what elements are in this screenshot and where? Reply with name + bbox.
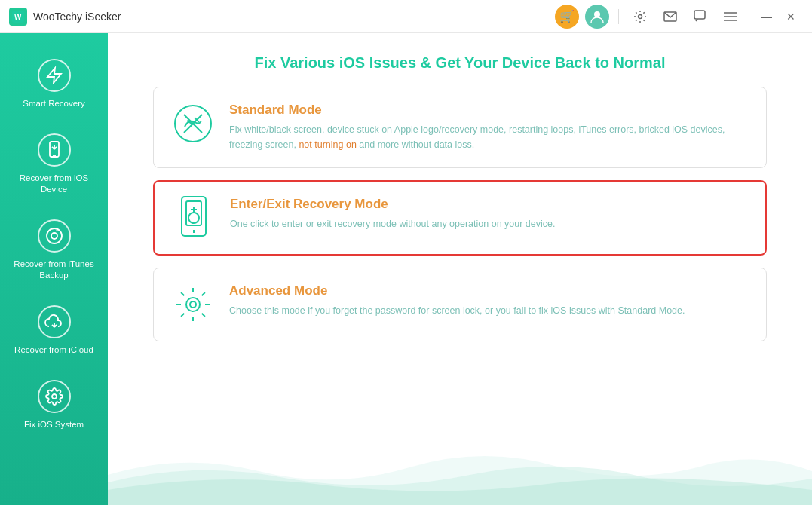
recover-icloud-icon: [38, 305, 71, 338]
wave-decoration: [108, 445, 812, 505]
fix-ios-icon: [38, 380, 71, 413]
enter-exit-icon: [173, 197, 215, 239]
enter-exit-recovery-card[interactable]: Enter/Exit Recovery Mode One click to en…: [153, 180, 767, 256]
settings-button[interactable]: [628, 5, 652, 29]
mail-button[interactable]: [658, 5, 682, 29]
close-button[interactable]: ✕: [779, 5, 803, 29]
chat-button[interactable]: [688, 5, 712, 29]
standard-mode-desc: Fix white/black screen, device stuck on …: [229, 122, 748, 152]
recover-ios-icon: [38, 133, 71, 167]
advanced-mode-card[interactable]: Advanced Mode Choose this mode if you fo…: [153, 268, 767, 341]
standard-mode-text: Standard Mode Fix white/black screen, de…: [229, 103, 748, 152]
titlebar-actions: 🛒: [555, 5, 803, 29]
titlebar-divider: [618, 9, 619, 24]
window-controls: — ✕: [755, 5, 803, 29]
svg-point-25: [186, 298, 200, 311]
recover-icloud-label: Recover from iCloud: [14, 344, 93, 356]
svg-point-3: [639, 14, 642, 18]
content-header: Fix Various iOS Issues & Get Your Device…: [108, 33, 812, 87]
advanced-mode-text: Advanced Mode Choose this mode if you fo…: [229, 283, 748, 318]
svg-text:W: W: [14, 13, 22, 21]
menu-button[interactable]: [719, 5, 743, 29]
svg-point-13: [51, 233, 57, 239]
standard-mode-title: Standard Mode: [229, 103, 748, 118]
advanced-mode-icon: [172, 283, 214, 326]
cards-area: Standard Mode Fix white/black screen, de…: [108, 87, 812, 505]
sidebar: Smart Recovery Recover from iOS Device: [0, 33, 108, 505]
sidebar-item-recover-icloud[interactable]: Recover from iCloud: [0, 295, 108, 366]
advanced-mode-desc: Choose this mode if you forget the passw…: [229, 303, 748, 318]
svg-point-2: [594, 11, 600, 17]
app-title: WooTechy iSeeker: [33, 11, 555, 23]
standard-mode-card[interactable]: Standard Mode Fix white/black screen, de…: [153, 87, 767, 168]
svg-point-22: [188, 213, 199, 223]
recover-itunes-icon: [38, 219, 71, 252]
user-button[interactable]: [585, 5, 609, 29]
minimize-button[interactable]: —: [755, 5, 779, 29]
enter-exit-desc: One click to enter or exit recovery mode…: [230, 216, 747, 231]
app-logo: W: [9, 8, 27, 26]
smart-recovery-icon: [38, 59, 71, 92]
main-layout: Smart Recovery Recover from iOS Device: [0, 33, 812, 505]
smart-recovery-label: Smart Recovery: [23, 98, 84, 109]
recover-ios-label: Recover from iOS Device: [6, 173, 102, 195]
advanced-mode-title: Advanced Mode: [229, 283, 748, 298]
svg-point-12: [47, 228, 62, 243]
svg-marker-9: [47, 68, 61, 83]
content-title: Fix Various iOS Issues & Get Your Device…: [108, 54, 812, 72]
fix-ios-label: Fix iOS System: [24, 419, 84, 430]
svg-line-14: [57, 229, 57, 231]
standard-mode-icon: [172, 103, 214, 145]
sidebar-item-smart-recovery[interactable]: Smart Recovery: [0, 48, 108, 120]
svg-point-15: [52, 394, 57, 399]
standard-mode-highlight: not turning on: [299, 139, 356, 150]
sidebar-item-recover-itunes[interactable]: Recover from iTunes Backup: [0, 209, 108, 292]
enter-exit-title: Enter/Exit Recovery Mode: [230, 197, 747, 212]
title-part2: Normal: [614, 54, 666, 71]
recover-itunes-label: Recover from iTunes Backup: [6, 259, 102, 281]
cart-button[interactable]: 🛒: [555, 5, 579, 29]
title-part1: Fix Various iOS Issues & Get Your Device…: [254, 54, 613, 71]
sidebar-item-recover-ios[interactable]: Recover from iOS Device: [0, 123, 108, 206]
svg-rect-5: [694, 11, 705, 19]
enter-exit-text: Enter/Exit Recovery Mode One click to en…: [230, 197, 747, 231]
titlebar: W WooTechy iSeeker 🛒: [0, 0, 812, 33]
sidebar-item-fix-ios[interactable]: Fix iOS System: [0, 369, 108, 441]
svg-point-26: [190, 301, 196, 308]
content-area: Fix Various iOS Issues & Get Your Device…: [108, 33, 812, 505]
